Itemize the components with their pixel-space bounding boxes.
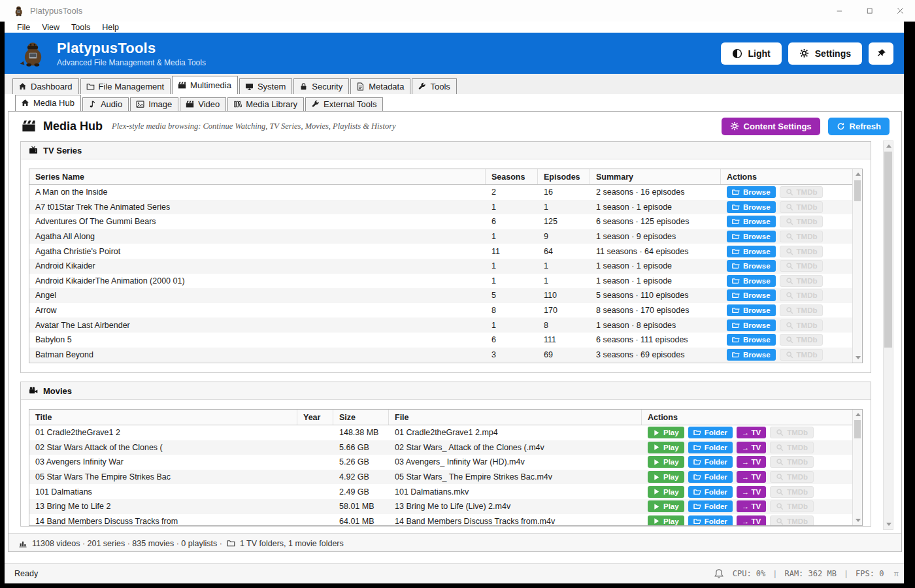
browse-button[interactable]: Browse (727, 260, 776, 272)
browse-button[interactable]: Browse (727, 186, 776, 198)
move-to-tv-button[interactable]: → TV (737, 486, 766, 498)
tab-metadata[interactable]: Metadata (350, 78, 410, 94)
menu-item-file[interactable]: File (11, 23, 36, 32)
tab-dashboard[interactable]: Dashboard (12, 78, 79, 94)
browse-button[interactable]: Browse (727, 231, 776, 242)
play-button[interactable]: Play (648, 427, 684, 438)
clapper-icon (186, 100, 194, 108)
folder-button[interactable]: Folder (688, 500, 733, 512)
browse-button[interactable]: Browse (727, 216, 776, 227)
folder-open-icon (732, 218, 740, 225)
move-to-tv-button[interactable]: → TV (737, 427, 766, 438)
browse-button[interactable]: Browse (727, 304, 776, 316)
subtab-audio[interactable]: Audio (82, 97, 129, 111)
play-button-label: Play (663, 488, 679, 496)
play-button[interactable]: Play (648, 500, 684, 512)
folder-open-icon (693, 444, 701, 451)
browse-button[interactable]: Browse (727, 275, 776, 287)
settings-button[interactable]: Settings (788, 42, 862, 65)
size-cell: 4.92 GB (333, 472, 389, 482)
play-button-label: Play (663, 429, 679, 436)
size-cell: 5.66 GB (333, 443, 389, 452)
move-to-tv-button[interactable]: → TV (737, 500, 766, 512)
move-to-tv-button[interactable]: → TV (737, 515, 766, 525)
theme-toggle-button[interactable]: Light (721, 42, 782, 65)
tmdb-button-label: TMDb (787, 444, 808, 451)
subtab-video[interactable]: Video (180, 97, 226, 111)
movie-row: 101 Dalmatians2.49 GB101 Dalmatians.mkvP… (29, 484, 852, 499)
subtab-media-library[interactable]: Media Library (227, 97, 304, 111)
actions-cell: BrowseTMDb (721, 275, 852, 287)
browse-button[interactable]: Browse (727, 334, 776, 346)
tv-series-row: Angel51105 seasons · 110 episodesBrowseT… (29, 288, 852, 303)
tmdb-button-label: TMDb (797, 351, 818, 359)
play-button[interactable]: Play (648, 471, 684, 483)
summary-cell: 6 seasons · 125 episodes (590, 217, 721, 226)
refresh-label: Refresh (850, 122, 881, 131)
play-button[interactable]: Play (648, 442, 684, 453)
movies-table-scrollbar[interactable] (852, 410, 862, 525)
folder-button[interactable]: Folder (688, 456, 733, 468)
tab-tools[interactable]: Tools (412, 78, 456, 94)
movies-title: Movies (43, 386, 72, 396)
tab-security[interactable]: Security (293, 78, 349, 94)
episodes-cell: 9 (538, 232, 590, 241)
folder-button[interactable]: Folder (688, 471, 733, 483)
move-to-tv-button[interactable]: → TV (737, 442, 766, 453)
folder-button[interactable]: Folder (688, 515, 733, 525)
page-title: Media Hub (43, 120, 103, 133)
browse-button[interactable]: Browse (727, 201, 776, 213)
subtab-external-tools[interactable]: External Tools (305, 97, 383, 111)
summary-cell: 11 seasons · 64 episodes (590, 247, 721, 256)
folder-open-icon (732, 262, 740, 270)
play-button[interactable]: Play (648, 515, 684, 525)
search-icon (786, 233, 793, 240)
folder-open-icon (693, 502, 701, 510)
menu-item-tools[interactable]: Tools (65, 23, 96, 32)
settings-label: Settings (815, 48, 851, 59)
browse-button[interactable]: Browse (727, 319, 776, 331)
play-button[interactable]: Play (648, 486, 684, 498)
subtab-media-hub[interactable]: Media Hub (15, 95, 81, 111)
browse-button[interactable]: Browse (727, 246, 776, 257)
actions-cell: BrowseTMDb (721, 231, 852, 242)
tab-multimedia[interactable]: Multimedia (172, 76, 238, 94)
tab-label: File Management (99, 82, 164, 91)
folder-open-icon (693, 473, 701, 481)
refresh-button[interactable]: Refresh (828, 118, 890, 135)
notifications-bell-icon[interactable] (714, 568, 724, 579)
move-to-tv-button[interactable]: → TV (737, 456, 766, 468)
maximize-button[interactable] (855, 0, 885, 22)
close-button[interactable] (885, 0, 915, 22)
pin-button[interactable] (869, 42, 893, 65)
folder-button[interactable]: Folder (688, 427, 733, 438)
browse-button[interactable]: Browse (727, 289, 776, 301)
content-settings-button[interactable]: Content Settings (722, 118, 820, 135)
document-icon (356, 82, 365, 91)
search-icon (776, 488, 784, 496)
folder-button[interactable]: Folder (688, 486, 733, 498)
movies-table: Title Year Size File Actions 01 Cradle2t… (29, 409, 863, 526)
menu-item-view[interactable]: View (36, 23, 65, 32)
tv-table-scrollbar[interactable] (852, 169, 862, 363)
page-scrollbar[interactable] (883, 140, 893, 530)
tmdb-button-label: TMDb (787, 473, 808, 481)
seasons-cell: 5 (486, 291, 538, 300)
size-cell: 58.01 MB (333, 502, 389, 511)
subtab-image[interactable]: Image (130, 97, 178, 111)
search-icon (776, 444, 784, 451)
move-to-tv-button[interactable]: → TV (737, 471, 766, 483)
wrench-icon (311, 100, 320, 108)
move-to-tv-button-label: → TV (742, 473, 761, 481)
folder-button[interactable]: Folder (688, 442, 733, 453)
search-icon (776, 458, 784, 466)
play-button[interactable]: Play (648, 456, 684, 468)
episodes-cell: 64 (538, 247, 590, 256)
minimize-button[interactable] (825, 0, 855, 22)
browse-button-label: Browse (743, 203, 771, 211)
seasons-cell: 11 (486, 247, 538, 256)
menu-item-help[interactable]: Help (96, 23, 125, 32)
tab-file-management[interactable]: File Management (80, 78, 171, 94)
browse-button[interactable]: Browse (727, 349, 776, 361)
tab-system[interactable]: System (239, 78, 292, 94)
